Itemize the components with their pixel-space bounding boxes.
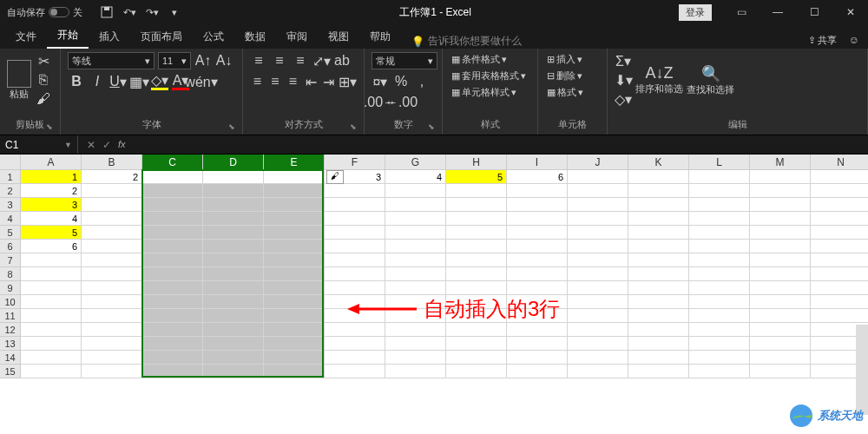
name-box[interactable]: C1▼: [0, 135, 78, 154]
cell-H15[interactable]: [446, 365, 507, 378]
cell-I1[interactable]: 6: [507, 170, 568, 184]
cell-D12[interactable]: [203, 323, 264, 337]
column-header-J[interactable]: J: [568, 155, 628, 170]
row-header-3[interactable]: 3: [0, 198, 21, 212]
cell-I12[interactable]: [507, 323, 568, 337]
column-header-N[interactable]: N: [811, 155, 868, 170]
cell-A8[interactable]: [21, 267, 82, 281]
cell-M7[interactable]: [750, 253, 811, 267]
cell-C9[interactable]: [142, 281, 203, 295]
cell-H9[interactable]: [446, 281, 507, 295]
cell-E10[interactable]: [264, 295, 325, 309]
cell-A13[interactable]: [21, 337, 82, 351]
format-table-button[interactable]: ▦ 套用表格格式▾: [450, 69, 530, 83]
row-header-9[interactable]: 9: [0, 281, 21, 295]
cell-A6[interactable]: 6: [21, 240, 82, 253]
cell-D15[interactable]: [203, 365, 264, 378]
cell-A7[interactable]: [21, 253, 82, 267]
increase-indent-button[interactable]: ⇥: [321, 73, 336, 90]
vertical-scrollbar[interactable]: [856, 325, 868, 415]
cell-M15[interactable]: [750, 365, 811, 378]
column-header-G[interactable]: G: [385, 155, 446, 170]
cell-A1[interactable]: 1: [21, 170, 82, 184]
cell-A11[interactable]: [21, 309, 82, 323]
cell-A9[interactable]: [21, 281, 82, 295]
cell-J14[interactable]: [568, 351, 628, 365]
conditional-format-button[interactable]: ▦ 条件格式▾: [450, 52, 530, 67]
cell-E8[interactable]: [264, 267, 325, 281]
minimize-button[interactable]: —: [760, 0, 795, 24]
cell-K13[interactable]: [628, 337, 689, 351]
cell-M2[interactable]: [750, 184, 811, 198]
currency-button[interactable]: ¤▾: [372, 73, 389, 90]
cell-H1[interactable]: 5: [446, 170, 507, 184]
redo-button[interactable]: ↷▾: [141, 2, 162, 23]
column-header-D[interactable]: D: [203, 155, 264, 170]
cell-I15[interactable]: [507, 365, 568, 378]
decrease-font-button[interactable]: A↓: [215, 52, 233, 69]
ribbon-options-button[interactable]: ▭: [724, 0, 759, 24]
fill-button[interactable]: ⬇▾: [615, 71, 632, 89]
tab-data[interactable]: 数据: [234, 25, 276, 49]
cell-E2[interactable]: [264, 184, 325, 198]
percent-button[interactable]: %: [392, 73, 410, 90]
cell-H3[interactable]: [446, 198, 507, 212]
cell-A14[interactable]: [21, 351, 82, 365]
cell-J3[interactable]: [568, 198, 628, 212]
cell-M4[interactable]: [750, 212, 811, 226]
cell-L7[interactable]: [689, 253, 750, 267]
cell-G9[interactable]: [385, 281, 446, 295]
cell-K11[interactable]: [628, 309, 689, 323]
cell-H14[interactable]: [446, 351, 507, 365]
cell-F9[interactable]: [325, 281, 385, 295]
font-size-select[interactable]: 11 ▾: [158, 52, 191, 69]
cell-N2[interactable]: [811, 184, 868, 198]
cell-D7[interactable]: [203, 253, 264, 267]
cell-I5[interactable]: [507, 226, 568, 240]
cell-D5[interactable]: [203, 226, 264, 240]
cell-H13[interactable]: [446, 337, 507, 351]
cell-L8[interactable]: [689, 267, 750, 281]
cell-N6[interactable]: [811, 240, 868, 253]
cell-K12[interactable]: [628, 323, 689, 337]
cell-D8[interactable]: [203, 267, 264, 281]
cell-M5[interactable]: [750, 226, 811, 240]
cell-F15[interactable]: [325, 365, 385, 378]
cell-C4[interactable]: [142, 212, 203, 226]
cell-J1[interactable]: [568, 170, 628, 184]
cell-B12[interactable]: [82, 323, 142, 337]
cell-N9[interactable]: [811, 281, 868, 295]
enter-formula-button[interactable]: ✓: [102, 139, 111, 151]
number-format-select[interactable]: 常规▾: [372, 52, 437, 69]
cell-J2[interactable]: [568, 184, 628, 198]
cell-E6[interactable]: [264, 240, 325, 253]
cell-D9[interactable]: [203, 281, 264, 295]
align-center-button[interactable]: ≡: [268, 73, 283, 90]
cell-G1[interactable]: 4: [385, 170, 446, 184]
cell-M11[interactable]: [750, 309, 811, 323]
cell-E7[interactable]: [264, 253, 325, 267]
cell-A4[interactable]: 4: [21, 212, 82, 226]
cell-J15[interactable]: [568, 365, 628, 378]
cell-K8[interactable]: [628, 267, 689, 281]
cell-D6[interactable]: [203, 240, 264, 253]
cell-L11[interactable]: [689, 309, 750, 323]
cell-D2[interactable]: [203, 184, 264, 198]
wrap-text-button[interactable]: ab: [333, 52, 351, 69]
tab-view[interactable]: 视图: [318, 25, 359, 49]
cell-B10[interactable]: [82, 295, 142, 309]
cell-J7[interactable]: [568, 253, 628, 267]
align-middle-button[interactable]: ≡: [271, 52, 288, 69]
cell-G14[interactable]: [385, 351, 446, 365]
cell-C10[interactable]: [142, 295, 203, 309]
cell-B7[interactable]: [82, 253, 142, 267]
cell-N1[interactable]: [811, 170, 868, 184]
cell-E9[interactable]: [264, 281, 325, 295]
column-header-A[interactable]: A: [21, 155, 82, 170]
cell-F12[interactable]: [325, 323, 385, 337]
cell-G6[interactable]: [385, 240, 446, 253]
cell-E4[interactable]: [264, 212, 325, 226]
cell-C6[interactable]: [142, 240, 203, 253]
fx-icon[interactable]: fx: [118, 139, 126, 151]
column-header-L[interactable]: L: [689, 155, 750, 170]
